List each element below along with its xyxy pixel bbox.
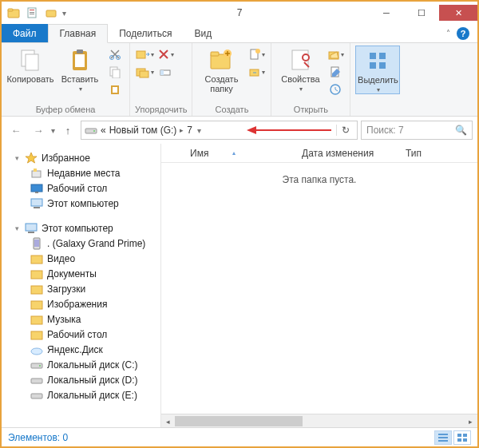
svg-rect-22 — [160, 70, 164, 75]
svg-rect-35 — [379, 53, 386, 59]
svg-point-58 — [39, 365, 41, 367]
tree-favorites[interactable]: ▾Избранное — [2, 150, 160, 165]
ribbon-tabs: Файл Главная Поделиться Вид ˄ ? — [2, 24, 477, 43]
paste-shortcut-icon[interactable] — [105, 81, 125, 98]
scroll-right-icon[interactable]: ▸ — [464, 414, 477, 428]
group-clipboard: Копировать Вставить ▾ Буфер обмена — [2, 43, 130, 116]
address-dropdown-icon[interactable]: ▾ — [197, 126, 201, 135]
history-icon[interactable] — [326, 81, 345, 98]
tab-file[interactable]: Файл — [2, 24, 48, 42]
minimize-button[interactable]: ─ — [369, 5, 404, 21]
tree-galaxy[interactable]: . (Galaxy Grand Prime) — [2, 236, 160, 251]
copy-to-icon[interactable]: ▾ — [135, 63, 154, 81]
refresh-button[interactable]: ↻ — [336, 125, 354, 136]
horizontal-scrollbar[interactable]: ◂ ▸ — [161, 414, 477, 427]
breadcrumb-volume[interactable]: Новый том (G:) — [109, 125, 177, 136]
tab-share[interactable]: Поделиться — [108, 24, 183, 42]
easy-access-icon[interactable]: ▾ — [247, 63, 266, 81]
open-group-label: Открыть — [276, 103, 345, 114]
select-button[interactable]: Выделить ▾ — [355, 46, 400, 94]
svg-rect-67 — [463, 438, 467, 442]
group-open: Свойства ▾ ▾ Открыть — [271, 43, 350, 116]
new-item-icon[interactable]: ▾ — [247, 46, 266, 63]
history-dropdown-icon[interactable]: ▾ — [51, 126, 55, 135]
tab-view[interactable]: Вид — [183, 24, 223, 42]
svg-rect-40 — [32, 171, 41, 177]
tree-downloads[interactable]: Загрузки — [2, 281, 160, 296]
up-button[interactable]: ↑ — [58, 121, 77, 140]
open-icon[interactable]: ▾ — [326, 46, 345, 63]
tree-desktop2[interactable]: Рабочий стол — [2, 327, 160, 342]
search-placeholder: Поиск: 7 — [366, 125, 404, 136]
col-date[interactable]: Дата изменения — [295, 148, 399, 159]
icons-view-button[interactable] — [453, 430, 471, 445]
folder-icon — [30, 283, 43, 295]
new-folder-button[interactable]: Создать папку — [197, 46, 245, 93]
copy-button[interactable]: Копировать — [6, 46, 54, 84]
tree-diske[interactable]: Локальный диск (E:) — [2, 387, 160, 402]
chevron-right-icon[interactable]: ▸ — [180, 126, 184, 134]
tree-pictures[interactable]: Изображения — [2, 296, 160, 311]
column-headers: Имя▴ Дата изменения Тип — [161, 144, 477, 163]
sort-asc-icon: ▴ — [232, 149, 236, 157]
clipboard-group-label: Буфер обмена — [6, 103, 125, 114]
new-folder-icon[interactable] — [43, 4, 61, 22]
svg-rect-11 — [77, 50, 83, 54]
tree-diskd[interactable]: Локальный диск (D:) — [2, 372, 160, 387]
properties-button[interactable]: Свойства ▾ — [276, 46, 324, 93]
svg-rect-52 — [31, 286, 42, 294]
nav-tree: ▾Избранное Недавние места Рабочий стол Э… — [2, 144, 161, 427]
col-type[interactable]: Тип — [399, 148, 428, 159]
move-to-icon[interactable]: ▾ — [135, 46, 154, 63]
svg-rect-45 — [34, 207, 40, 208]
breadcrumb-folder[interactable]: 7 — [187, 125, 192, 136]
body: ▾Избранное Недавние места Рабочий стол Э… — [2, 144, 477, 427]
forward-button[interactable]: → — [29, 121, 48, 140]
properties-icon[interactable] — [24, 4, 42, 22]
scrollbar-thumb[interactable] — [175, 416, 303, 426]
paste-label: Вставить — [61, 74, 99, 84]
recent-icon — [30, 167, 43, 180]
svg-rect-59 — [31, 379, 42, 383]
item-count: Элементов: 0 — [8, 432, 68, 443]
folder-icon[interactable] — [5, 4, 22, 22]
tree-thispc[interactable]: Этот компьютер — [2, 196, 160, 211]
tab-home[interactable]: Главная — [48, 24, 109, 43]
tree-desktop[interactable]: Рабочий стол — [2, 180, 160, 196]
scroll-left-icon[interactable]: ◂ — [161, 414, 175, 428]
folder-icon — [30, 328, 43, 341]
qat-dropdown-icon[interactable]: ▾ — [62, 9, 66, 18]
svg-rect-5 — [30, 14, 34, 14]
phone-icon — [30, 237, 43, 250]
tree-thispc-root[interactable]: ▾Этот компьютер — [2, 220, 160, 236]
tree-video[interactable]: Видео — [2, 251, 160, 266]
new-folder-label: Создать папку — [197, 74, 245, 93]
maximize-button[interactable]: ☐ — [404, 5, 439, 21]
star-icon — [25, 152, 38, 165]
edit-icon[interactable] — [326, 63, 345, 81]
svg-rect-10 — [75, 54, 85, 67]
delete-icon[interactable]: ▾ — [156, 46, 175, 63]
tree-yadisk[interactable]: Яндекс.Диск — [2, 342, 160, 357]
drive-icon — [85, 124, 97, 137]
address-bar[interactable]: « Новый том (G:) ▸ 7 ▾ ↻ — [81, 121, 358, 140]
svg-rect-15 — [113, 69, 120, 78]
help-icon[interactable]: ? — [457, 27, 469, 40]
tree-music[interactable]: Музыка — [2, 311, 160, 327]
close-button[interactable]: ✕ — [439, 5, 477, 21]
collapse-ribbon-icon[interactable]: ˄ — [446, 29, 450, 38]
rename-icon[interactable] — [156, 63, 175, 81]
col-name[interactable]: Имя▴ — [184, 148, 295, 159]
svg-rect-17 — [113, 87, 117, 93]
cut-small-icon[interactable] — [105, 46, 125, 63]
svg-rect-42 — [31, 184, 42, 192]
paste-button[interactable]: Вставить ▾ — [56, 46, 104, 93]
back-button[interactable]: ← — [6, 121, 26, 140]
details-view-button[interactable] — [434, 430, 452, 445]
search-box[interactable]: Поиск: 7 🔍 — [361, 121, 473, 140]
copy-path-icon[interactable] — [105, 63, 125, 81]
tree-docs[interactable]: Документы — [2, 266, 160, 281]
svg-rect-60 — [31, 394, 42, 398]
tree-recent[interactable]: Недавние места — [2, 165, 160, 180]
tree-diskc[interactable]: Локальный диск (C:) — [2, 357, 160, 372]
